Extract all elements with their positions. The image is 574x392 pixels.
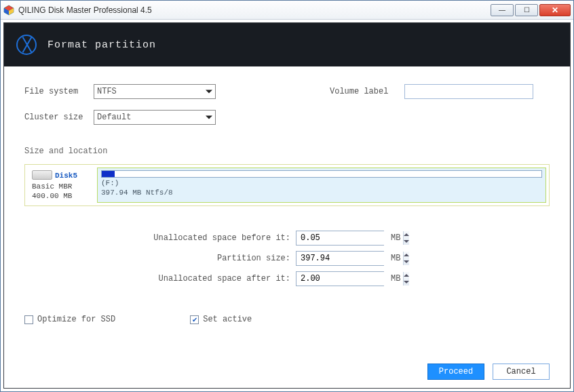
minimize-button[interactable]: — xyxy=(491,4,514,16)
set-active-label: Set active xyxy=(203,315,252,324)
partition-usage-fill xyxy=(102,171,115,177)
window-buttons: — ☐ ✕ xyxy=(491,4,571,16)
options-row: Optimize for SSD ✔ Set active xyxy=(24,315,550,324)
maximize-button[interactable]: ☐ xyxy=(515,4,538,16)
cluster-row: Cluster size Default xyxy=(24,110,550,125)
partition-size-spinner[interactable] xyxy=(296,251,384,266)
checkbox-icon: ✔ xyxy=(190,315,199,324)
cluster-label: Cluster size xyxy=(24,113,94,122)
unit-label: MB xyxy=(391,274,400,283)
close-button[interactable]: ✕ xyxy=(539,4,571,16)
disk-info: Disk5 Basic MBR 400.00 MB xyxy=(28,168,97,203)
optimize-ssd-label: Optimize for SSD xyxy=(37,315,115,324)
space-before-spinner[interactable] xyxy=(296,231,384,246)
window-title: QILING Disk Master Professional 4.5 xyxy=(18,5,491,15)
spinner-up-button[interactable] xyxy=(404,272,409,279)
space-after-input[interactable] xyxy=(296,272,403,286)
filesystem-value: NTFS xyxy=(97,87,117,96)
proceed-button[interactable]: Proceed xyxy=(427,364,484,380)
spinner-down-button[interactable] xyxy=(404,238,409,245)
cancel-button[interactable]: Cancel xyxy=(493,364,550,380)
filesystem-label: File system xyxy=(24,87,94,96)
cluster-select[interactable]: Default xyxy=(94,110,216,125)
spinner-down-button[interactable] xyxy=(404,279,409,286)
space-before-row: Unallocated space before it: MB xyxy=(133,231,400,246)
space-after-label: Unallocated space after it: xyxy=(133,274,296,283)
size-inputs: Unallocated space before it: MB Partitio… xyxy=(133,231,550,286)
space-after-row: Unallocated space after it: MB xyxy=(133,271,400,286)
filesystem-row: File system NTFS Volume label xyxy=(24,84,550,99)
unit-label: MB xyxy=(391,233,400,243)
partition-size-row: Partition size: MB xyxy=(133,251,400,266)
dialog-footer: Proceed Cancel xyxy=(24,355,550,380)
disk-layout: Disk5 Basic MBR 400.00 MB (F:) 397.94 MB… xyxy=(24,164,550,206)
chevron-down-icon xyxy=(206,116,212,119)
spinner-up-button[interactable] xyxy=(404,231,409,238)
volume-label-label: Volume label xyxy=(330,87,404,96)
filesystem-select[interactable]: NTFS xyxy=(94,84,216,99)
harddisk-icon xyxy=(32,170,52,180)
partition-letter: (F:) xyxy=(101,179,542,187)
disk-size: 400.00 MB xyxy=(32,192,93,200)
spinner-up-button[interactable] xyxy=(404,252,409,258)
space-before-input[interactable] xyxy=(296,231,403,245)
partition-icon xyxy=(16,35,37,55)
disk-name: Disk5 xyxy=(55,172,77,180)
titlebar: QILING Disk Master Professional 4.5 — ☐ … xyxy=(1,1,573,20)
space-before-label: Unallocated space before it: xyxy=(133,233,296,243)
volume-label-input[interactable] xyxy=(404,84,533,99)
partition-block[interactable]: (F:) 397.94 MB Ntfs/8 xyxy=(97,168,546,203)
chevron-down-icon xyxy=(206,90,212,94)
optimize-ssd-checkbox[interactable]: Optimize for SSD xyxy=(24,315,115,324)
spinner-down-button[interactable] xyxy=(404,258,409,265)
app-icon xyxy=(3,5,14,16)
dialog-body: Format partition File system NTFS Volume… xyxy=(3,22,571,389)
partition-size-label: Partition size: xyxy=(133,254,296,263)
dialog-header: Format partition xyxy=(4,23,570,66)
disk-type: Basic MBR xyxy=(32,182,93,191)
partition-usage-bar xyxy=(101,170,542,178)
unit-label: MB xyxy=(391,254,400,263)
checkbox-icon xyxy=(24,315,33,324)
cluster-value: Default xyxy=(97,113,131,122)
partition-detail: 397.94 MB Ntfs/8 xyxy=(101,189,542,197)
partition-size-input[interactable] xyxy=(296,252,403,265)
form-area: File system NTFS Volume label Cluster si… xyxy=(24,84,550,125)
size-location-heading: Size and location xyxy=(24,146,550,156)
app-window: QILING Disk Master Professional 4.5 — ☐ … xyxy=(0,0,574,392)
dialog-title: Format partition xyxy=(47,39,156,51)
space-after-spinner[interactable] xyxy=(296,271,384,286)
set-active-checkbox[interactable]: ✔ Set active xyxy=(190,315,252,324)
dialog-content: File system NTFS Volume label Cluster si… xyxy=(4,66,570,388)
